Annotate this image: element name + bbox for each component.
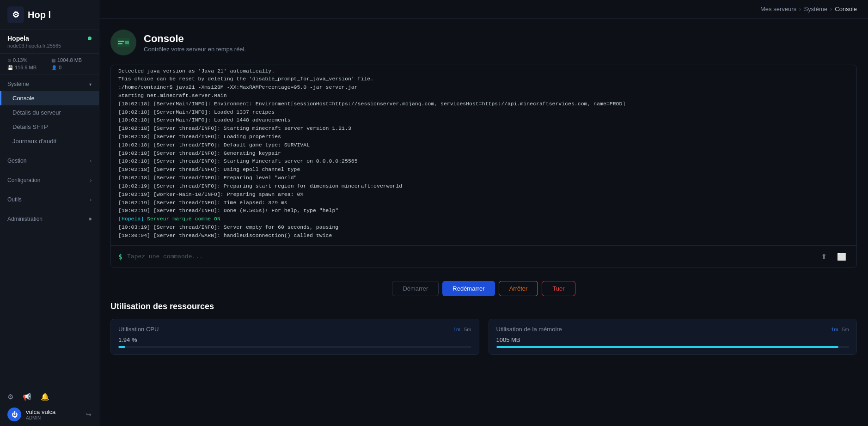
console-line: [10:02:18] [Server thread/INFO]: Loading… bbox=[118, 133, 849, 141]
sidebar: ⚙ Hop l Hopela node03.hopela.fr:25565 ⊙ … bbox=[0, 0, 99, 426]
start-button[interactable]: Démarrer bbox=[392, 281, 439, 296]
players-stat: 👤 0 bbox=[51, 65, 92, 70]
memory-time-1m[interactable]: 1m bbox=[831, 327, 838, 332]
page-title: Console bbox=[144, 33, 246, 45]
restart-button[interactable]: Redémarrer bbox=[442, 281, 495, 296]
console-line: [10:02:18] [Server thread/INFO]: Startin… bbox=[118, 157, 849, 165]
cpu-stat: ⊙ 0.13% bbox=[7, 57, 48, 63]
server-info: Hopela node03.hopela.fr:25565 bbox=[0, 30, 99, 54]
page-header: Console Contrôlez votre serveur en temps… bbox=[110, 30, 857, 55]
console-line: [10:02:18] [Server thread/INFO]: Generat… bbox=[118, 149, 849, 158]
avatar-icon: ⏻ bbox=[12, 411, 18, 418]
memory-progress-fill bbox=[496, 346, 839, 348]
console-line: [10:02:18] [Server thread/INFO]: Default… bbox=[118, 141, 849, 149]
memory-value: 1005 MB bbox=[496, 336, 850, 343]
configuration-label: Configuration bbox=[7, 177, 40, 183]
console-line: Starting net.minecraft.server.Main bbox=[118, 91, 849, 100]
outils-section-header[interactable]: Outils › bbox=[0, 193, 99, 207]
svg-rect-1 bbox=[118, 41, 124, 42]
bell-icon[interactable]: 🔔 bbox=[41, 393, 49, 401]
console-line: [10:02:19] [Server thread/INFO]: Time el… bbox=[118, 199, 849, 207]
memory-label: Utilisation de la mémoire bbox=[496, 326, 562, 333]
breadcrumb-systeme[interactable]: Système bbox=[804, 6, 827, 12]
cpu-progress-bar bbox=[118, 346, 471, 348]
cpu-time-5m[interactable]: 5m bbox=[464, 327, 471, 332]
ram-icon: ▦ bbox=[51, 58, 55, 63]
console-line: [10:02:19] [Server thread/INFO]: Prepari… bbox=[118, 182, 849, 190]
cpu-progress-fill bbox=[118, 346, 125, 348]
memory-time-5m[interactable]: 5m bbox=[842, 327, 849, 332]
disk-icon: 💾 bbox=[7, 65, 13, 70]
logo-text: Hop l bbox=[28, 10, 51, 20]
server-stats: ⊙ 0.13% ▦ 1004.8 MB 💾 116.9 MB 👤 0 bbox=[0, 54, 99, 74]
console-line: [10:02:19] [Worker-Main-10/INFO]: Prepar… bbox=[118, 190, 849, 199]
sidebar-footer-icons: ⚙ 📢 🔔 ⏻ vulca vulca ADMIN ↪ bbox=[0, 386, 99, 426]
server-name: Hopela bbox=[7, 35, 29, 42]
megaphone-icon[interactable]: 📢 bbox=[23, 393, 31, 401]
logo-area: ⚙ Hop l bbox=[0, 0, 99, 30]
status-indicator bbox=[88, 37, 92, 40]
disk-value: 116.9 MB bbox=[15, 65, 37, 70]
breadcrumb-current: Console bbox=[835, 6, 857, 12]
page-icon bbox=[110, 30, 136, 55]
console-input-row: $ ⬆ ⬜ bbox=[111, 245, 856, 268]
nav-section-gestion: Gestion › bbox=[0, 151, 99, 170]
page-subtitle: Contrôlez votre serveur en temps réel. bbox=[144, 46, 246, 53]
user-row: ⏻ vulca vulca ADMIN ↪ bbox=[7, 408, 92, 421]
server-controls: Démarrer Redémarrer Arrêter Tuer bbox=[110, 275, 857, 302]
page-content: Console Contrôlez votre serveur en temps… bbox=[99, 18, 868, 426]
avatar: ⏻ bbox=[7, 408, 21, 421]
user-role: ADMIN bbox=[26, 415, 81, 420]
console-line: [10:30:04] [Server thread/WARN]: handleD… bbox=[118, 231, 849, 240]
cpu-time-1m[interactable]: 1m bbox=[453, 327, 460, 332]
logout-icon[interactable]: ↪ bbox=[86, 411, 92, 418]
nav-section-configuration: Configuration › bbox=[0, 170, 99, 190]
console-line: [10:02:18] [Server thread/INFO]: Prepari… bbox=[118, 174, 849, 182]
breadcrumb-servers[interactable]: Mes serveurs bbox=[760, 6, 796, 12]
kill-button[interactable]: Tuer bbox=[542, 281, 575, 296]
gestion-label: Gestion bbox=[7, 158, 26, 164]
server-address: node03.hopela.fr:25565 bbox=[7, 43, 92, 49]
memory-progress-bar bbox=[496, 346, 850, 348]
chevron-right-icon3: › bbox=[90, 197, 92, 202]
cpu-time-btns: 1m 5m bbox=[453, 327, 471, 332]
console-line: [10:02:19] [Server thread/INFO]: Done (0… bbox=[118, 207, 849, 215]
chevron-down-icon: ▾ bbox=[89, 82, 92, 87]
systeme-section-header[interactable]: Système ▾ bbox=[0, 77, 99, 91]
upload-button[interactable]: ⬆ bbox=[818, 250, 830, 263]
memory-card: Utilisation de la mémoire 1m 5m 1005 MB bbox=[489, 319, 857, 355]
cpu-value: 0.13% bbox=[13, 57, 27, 63]
players-value: 0 bbox=[59, 65, 61, 70]
sidebar-item-server-details[interactable]: Détails du serveur bbox=[0, 105, 99, 120]
cpu-icon: ⊙ bbox=[7, 58, 11, 63]
breadcrumb-sep1: › bbox=[799, 6, 801, 12]
sidebar-item-sftp[interactable]: Détails SFTP bbox=[0, 120, 99, 134]
console-line: [10:02:18] [ServerMain/INFO]: Environmen… bbox=[118, 100, 849, 108]
console-input[interactable] bbox=[127, 253, 813, 260]
stop-button[interactable]: Arrêter bbox=[499, 281, 538, 296]
console-prompt-icon: $ bbox=[118, 253, 122, 261]
memory-header: Utilisation de la mémoire 1m 5m bbox=[496, 326, 850, 333]
nav-section-administration: Administration bbox=[0, 209, 99, 229]
console-line: [10:02:18] [ServerMain/INFO]: Loaded 133… bbox=[118, 108, 849, 116]
settings-icon[interactable]: ⚙ bbox=[7, 393, 13, 401]
page-header-text: Console Contrôlez votre serveur en temps… bbox=[144, 33, 246, 53]
console-line: [10:03:19] [Server thread/INFO]: Server … bbox=[118, 223, 849, 231]
resources-section: Utilisation des ressources Utilisation C… bbox=[110, 302, 857, 355]
disk-stat: 💾 116.9 MB bbox=[7, 65, 48, 70]
memory-time-btns: 1m 5m bbox=[831, 327, 849, 332]
sidebar-item-console[interactable]: Console bbox=[0, 91, 99, 105]
administration-section-header[interactable]: Administration bbox=[0, 212, 99, 226]
gestion-section-header[interactable]: Gestion › bbox=[0, 154, 99, 168]
maximize-button[interactable]: ⬜ bbox=[834, 250, 849, 263]
user-name: vulca vulca bbox=[26, 408, 81, 415]
cpu-label: Utilisation CPU bbox=[118, 326, 159, 333]
console-output[interactable]: [10:02:14] [Server thread/INFO]: Threade… bbox=[111, 65, 856, 245]
ram-stat: ▦ 1004.8 MB bbox=[51, 57, 92, 63]
sidebar-item-audit[interactable]: Journaux d'audit bbox=[0, 134, 99, 148]
chevron-right-icon: › bbox=[90, 158, 92, 164]
cpu-header: Utilisation CPU 1m 5m bbox=[118, 326, 471, 333]
resources-grid: Utilisation CPU 1m 5m 1.94 % Utilisatio bbox=[110, 319, 857, 355]
console-line: [10:02:18] [ServerMain/INFO]: Loaded 144… bbox=[118, 116, 849, 124]
configuration-section-header[interactable]: Configuration › bbox=[0, 173, 99, 187]
